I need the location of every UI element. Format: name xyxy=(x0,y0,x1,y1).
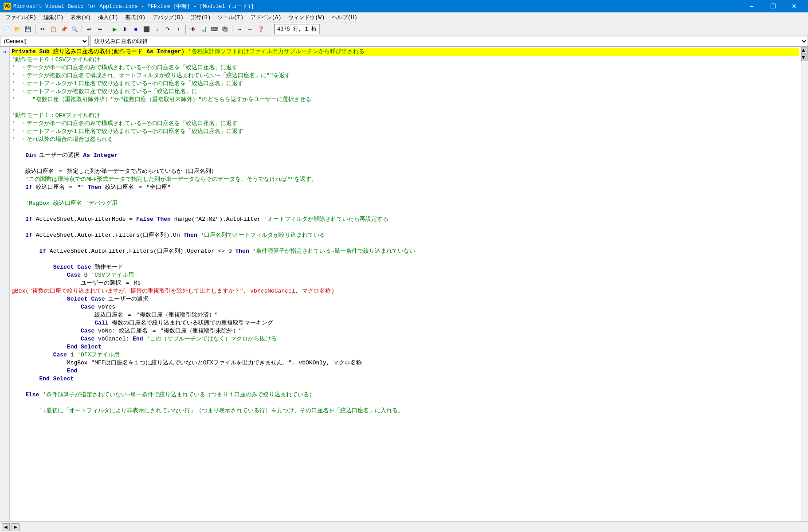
paste-button[interactable]: 📌 xyxy=(59,24,69,34)
save-button[interactable]: 💾 xyxy=(23,24,33,34)
redo-button[interactable]: ↪ xyxy=(95,24,105,34)
code-line-15 xyxy=(12,160,799,168)
code-line-3: ' ・データが単一の口座名のみで構成されている→その口座名を「絞込口座名」に返す xyxy=(12,64,799,72)
immediate-button[interactable]: ⌨ xyxy=(209,24,219,34)
menu-item-i[interactable]: 挿入(I) xyxy=(94,13,122,22)
procedure-dropdown[interactable]: 絞り込み口座名の取得 xyxy=(90,36,808,47)
stop-button[interactable]: ■ xyxy=(131,24,141,34)
menu-bar: ファイル(F)編集(E)表示(V)挿入(I)書式(O)デバッグ(D)実行(R)ツ… xyxy=(0,12,808,23)
toolbar-sep-5 xyxy=(232,25,232,34)
toolbar-sep-4 xyxy=(185,25,186,34)
code-line-36: Case vbNo: 絞込口座名 ＝ "複数口座（重複取引未除外）" xyxy=(12,327,799,335)
close-button[interactable]: ✕ xyxy=(784,0,804,12)
code-line-35: Call 複数の口座名で絞り込まれている状態での重複取引マーキング xyxy=(12,319,799,327)
code-line-24: If ActiveSheet.AutoFilter.Filters(口座名列).… xyxy=(12,231,799,239)
menu-item-e[interactable]: 編集(E) xyxy=(40,13,67,22)
menu-item-f[interactable]: ファイル(F) xyxy=(2,13,40,22)
copy-button[interactable]: 📋 xyxy=(48,24,58,34)
scroll-left-button[interactable]: ◀ xyxy=(2,523,10,531)
toolbar: 📄 📂 💾 ✂ 📋 📌 🔍 ↩ ↪ ▶ ⏸ ■ ⬛ ↓ ↷ ↑ 👁 📊 ⌨ 📚 … xyxy=(0,23,808,35)
code-line-13 xyxy=(12,144,799,152)
line-info: 4375 行, 1 桁 xyxy=(274,24,320,34)
code-line-32: Select Case ユーザーの選択 xyxy=(12,295,799,303)
code-line-4: ' ・データが複数の口座名で構成され、オートフィルタが絞り込まれていない→「絞込… xyxy=(12,72,799,80)
code-line-8 xyxy=(12,104,799,112)
menu-item-h[interactable]: ヘルプ(H) xyxy=(328,13,361,22)
app-icon: VB xyxy=(4,3,11,10)
restore-button[interactable]: ❐ xyxy=(763,0,783,12)
scroll-down-button[interactable]: ▼ xyxy=(801,54,808,61)
step-into-button[interactable]: ↓ xyxy=(152,24,162,34)
code-line-6: ' ・オートフィルタが複数口座で絞り込まれている→「絞込口座名」に xyxy=(12,88,799,96)
toolbar-sep-6 xyxy=(268,25,268,34)
code-line-5: ' ・オートフィルタが１口座名で絞り込まれている→その口座名を「絞込口座名」に返… xyxy=(12,80,799,88)
code-line-10: ' ・データが単一の口座名のみで構成されている→その口座名を「絞込口座名」に返す xyxy=(12,120,799,128)
indent-button[interactable]: → xyxy=(235,24,244,34)
code-line-11: ' ・オートフィルタが１口座名で絞り込まれている→その口座名を「絞込口座名」に返… xyxy=(12,128,799,136)
menu-item-o[interactable]: 書式(O) xyxy=(122,13,149,22)
menu-item-t[interactable]: ツール(T) xyxy=(214,13,247,22)
title-bar-controls: − ❐ ✕ xyxy=(741,0,804,12)
code-area[interactable]: Private Sub 絞り込み口座名の取得(動作モード As Integer)… xyxy=(10,47,801,521)
code-line-41: End xyxy=(12,367,799,375)
step-out-button[interactable]: ↑ xyxy=(173,24,183,34)
code-line-40: MsgBox "MFFは口座名を１つに絞り込んでいないとOFXファイルを出力でき… xyxy=(12,359,799,367)
execution-arrow: ⇒ xyxy=(3,48,6,56)
code-line-16: 絞込口座名 ＝ 指定した列が単一データで占められているか（口座名列） xyxy=(12,168,799,176)
code-line-27 xyxy=(12,255,799,263)
code-line-37: Case vbCancel: End 'この（サブルーチンではなく）マクロから抜… xyxy=(12,335,799,343)
watch-button[interactable]: 👁 xyxy=(188,24,198,34)
code-line-34: 絞込口座名 ＝ "複数口座（重複取引除外済）" xyxy=(12,311,799,319)
find-button[interactable]: 🔍 xyxy=(70,24,79,34)
code-line-29: Case 0 'CSVファイル用 xyxy=(12,271,799,279)
code-line-18: If 絞込口座名 ＝ "" Then 絞込口座名 ＝ "全口座" xyxy=(12,184,799,192)
outdent-button[interactable]: ← xyxy=(245,24,255,34)
code-line-12: ' ・それ以外の場合の場合は怒られる xyxy=(12,136,799,144)
minimize-button[interactable]: − xyxy=(741,0,762,12)
code-line-1: Private Sub 絞り込み口座名の取得(動作モード As Integer)… xyxy=(12,48,799,56)
dropdown-bar: (General) 絞り込み口座名の取得 xyxy=(0,35,808,47)
step-over-button[interactable]: ↷ xyxy=(163,24,173,34)
help-button[interactable]: ❓ xyxy=(256,24,266,34)
code-line-17: 'この関数は現時点でのMFF形式データで指定した列が単一データならそのデータを、… xyxy=(12,176,799,184)
code-line-33: Case vbYes xyxy=(12,303,799,311)
open-button[interactable]: 📂 xyxy=(12,24,22,34)
menu-item-w[interactable]: ウィンドウ(W) xyxy=(285,13,328,22)
design-button[interactable]: ⬛ xyxy=(141,24,151,34)
code-line-21 xyxy=(12,207,799,215)
run-button[interactable]: ▶ xyxy=(110,24,119,34)
line-indicator: ⇒ xyxy=(0,47,10,521)
callstack-button[interactable]: 📚 xyxy=(220,24,230,34)
code-line-43 xyxy=(12,383,799,391)
menu-item-d[interactable]: デバッグ(D) xyxy=(149,13,187,22)
code-line-38: End Select xyxy=(12,343,799,351)
scroll-right-button[interactable]: ▶ xyxy=(12,523,20,531)
pause-button[interactable]: ⏸ xyxy=(120,24,130,34)
code-line-30: ユーザーの選択 ＝ Ms xyxy=(12,279,799,287)
toolbar-sep-3 xyxy=(107,25,107,34)
code-line-26: If ActiveSheet.AutoFilter.Filters(口座名列).… xyxy=(12,247,799,255)
menu-item-r[interactable]: 実行(R) xyxy=(187,13,215,22)
code-line-2: '動作モード０：CSVファイル向け xyxy=(12,56,799,64)
menu-item-a[interactable]: アドイン(A) xyxy=(247,13,285,22)
general-dropdown[interactable]: (General) xyxy=(0,36,89,47)
title-bar: VB Microsoft Visual Basic for Applicatio… xyxy=(0,0,808,12)
code-line-44: Else '条件演算子が指定されていない→単一条件で絞り込まれている（つまり１口… xyxy=(12,391,799,399)
status-bar: ◀ ▶ xyxy=(0,521,808,532)
code-line-7: ' "複数口座（重複取引除外済）"か"複数口座（重複取引未除外）"のどちらを返す… xyxy=(12,96,799,104)
scroll-up-button[interactable]: ▲ xyxy=(801,47,808,54)
code-line-46: '↓最初に「オートフィルタにより非表示にされていない行」（つまり表示されている行… xyxy=(12,407,799,415)
code-line-39: Case 1 'OFXファイル用 xyxy=(12,351,799,359)
title-text: Microsoft Visual Basic for Applications … xyxy=(13,3,254,10)
menu-item-v[interactable]: 表示(V) xyxy=(67,13,94,22)
locals-button[interactable]: 📊 xyxy=(199,24,208,34)
vertical-scrollbar[interactable]: ▲ ▼ xyxy=(801,47,808,521)
cut-button[interactable]: ✂ xyxy=(38,24,47,34)
undo-button[interactable]: ↩ xyxy=(84,24,94,34)
new-button[interactable]: 📄 xyxy=(2,24,12,34)
code-line-25 xyxy=(12,239,799,247)
code-line-22: If ActiveSheet.AutoFilterMode = False Th… xyxy=(12,215,799,223)
code-line-23 xyxy=(12,223,799,231)
toolbar-sep-1 xyxy=(35,25,35,34)
code-line-42: End Select xyxy=(12,375,799,383)
